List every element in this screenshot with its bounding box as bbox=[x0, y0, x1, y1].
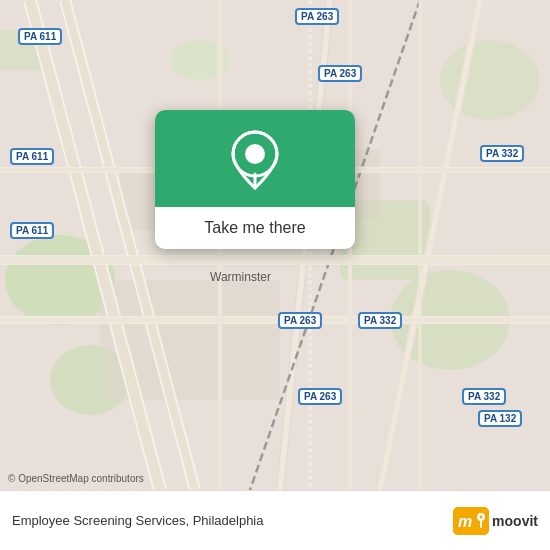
moovit-brand-icon: m bbox=[453, 507, 489, 535]
location-pin-icon bbox=[229, 130, 281, 192]
road-badge-pa263-mid: PA 263 bbox=[318, 65, 362, 82]
popup-card: Take me there bbox=[155, 110, 355, 249]
popup-icon-area bbox=[155, 110, 355, 207]
road-badge-pa611-lower: PA 611 bbox=[10, 222, 54, 239]
map-copyright: © OpenStreetMap contributors bbox=[8, 473, 144, 484]
svg-text:m: m bbox=[458, 513, 472, 530]
take-me-there-button[interactable]: Take me there bbox=[188, 207, 321, 249]
road-badge-pa132-bottom: PA 132 bbox=[478, 410, 522, 427]
road-badge-pa263-top: PA 263 bbox=[295, 8, 339, 25]
app-title: Employee Screening Services, Philadelphi… bbox=[12, 513, 263, 528]
road-badge-pa611-mid: PA 611 bbox=[10, 148, 54, 165]
map-container: PA 611 PA 263 PA 263 PA 611 PA 332 PA 61… bbox=[0, 0, 550, 490]
svg-point-31 bbox=[245, 144, 265, 164]
road-badge-pa332-bottom: PA 332 bbox=[462, 388, 506, 405]
road-badge-pa263-lower: PA 263 bbox=[278, 312, 322, 329]
road-badge-pa332-lower: PA 332 bbox=[358, 312, 402, 329]
svg-point-35 bbox=[480, 515, 483, 518]
road-badge-pa263-bottom: PA 263 bbox=[298, 388, 342, 405]
moovit-text: moovit bbox=[492, 513, 538, 529]
road-badge-pa332-right: PA 332 bbox=[480, 145, 524, 162]
road-badge-pa611-top: PA 611 bbox=[18, 28, 62, 45]
moovit-icon: m bbox=[453, 507, 489, 535]
app-info: Employee Screening Services, Philadelphi… bbox=[12, 513, 263, 528]
bottom-bar: Employee Screening Services, Philadelphi… bbox=[0, 490, 550, 550]
moovit-logo[interactable]: m moovit bbox=[453, 507, 538, 535]
